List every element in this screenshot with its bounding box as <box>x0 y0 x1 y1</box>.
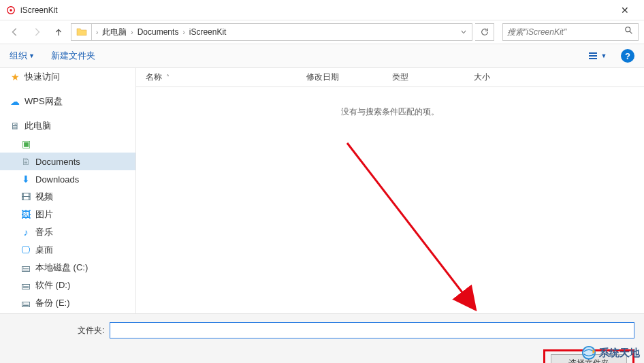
view-options-button[interactable]: ▼ <box>584 48 611 64</box>
app-icon <box>5 5 16 16</box>
sidebar-item-label: 备份 (E:) <box>35 297 70 309</box>
search-input[interactable] <box>507 27 624 37</box>
sidebar-item-label: WPS网盘 <box>25 95 63 108</box>
new-folder-button[interactable]: 新建文件夹 <box>51 50 95 62</box>
chevron-right-icon: › <box>95 29 99 36</box>
cloud-icon: ☁ <box>10 96 20 107</box>
star-icon: ★ <box>10 72 20 82</box>
chevron-right-icon: › <box>181 29 186 36</box>
sidebar-item-this-pc[interactable]: 🖥此电脑 <box>0 117 135 135</box>
sidebar-item-label: 软件 (D:) <box>35 279 70 291</box>
disk-icon: 🖴 <box>20 262 31 273</box>
column-headers: 名称˄ 修改日期 类型 大小 <box>136 68 644 87</box>
svg-rect-4 <box>589 52 597 54</box>
svg-line-3 <box>630 31 632 34</box>
column-name[interactable]: 名称˄ <box>136 72 306 83</box>
sidebar-item-documents[interactable]: 🗎Documents <box>0 153 135 170</box>
bottom-panel: 文件夹: 选择文件夹 <box>0 313 644 363</box>
watermark: 系统天地 <box>581 345 640 360</box>
new-folder-label: 新建文件夹 <box>51 50 95 62</box>
breadcrumb-seg-iscreenkit[interactable]: iScreenKit <box>187 27 229 37</box>
sidebar-item-label: Downloads <box>35 174 79 185</box>
chevron-down-icon: ▼ <box>601 52 607 59</box>
close-button[interactable]: ✕ <box>611 5 639 16</box>
sidebar-item-videos[interactable]: 🎞视频 <box>0 188 135 206</box>
video-icon: 🎞 <box>20 191 31 202</box>
file-pane: 名称˄ 修改日期 类型 大小 没有与搜索条件匹配的项。 <box>136 68 644 313</box>
organize-label: 组织 <box>10 50 27 62</box>
address-bar[interactable]: › 此电脑 › Documents › iScreenKit <box>71 23 472 41</box>
pictures-icon: 🖼 <box>20 209 31 220</box>
sidebar-item-downloads[interactable]: ⬇Downloads <box>0 170 135 188</box>
svg-rect-6 <box>589 58 597 59</box>
sidebar-item-disk-d[interactable]: 🖴软件 (D:) <box>0 277 135 294</box>
pc-icon: 🖥 <box>10 121 20 131</box>
content-area: ★快速访问 ☁WPS网盘 🖥此电脑 ▣ 🗎Documents ⬇Download… <box>0 68 644 313</box>
sidebar-item-label: 桌面 <box>35 244 53 256</box>
organize-menu[interactable]: 组织 ▼ <box>10 50 35 62</box>
sidebar-item-wps[interactable]: ☁WPS网盘 <box>0 93 135 110</box>
column-size[interactable]: 大小 <box>474 72 542 83</box>
column-label: 名称 <box>146 72 162 83</box>
breadcrumb: › 此电脑 › Documents › iScreenKit <box>92 27 455 38</box>
search-icon[interactable] <box>624 26 634 38</box>
svg-point-2 <box>626 27 630 32</box>
refresh-button[interactable] <box>475 23 494 41</box>
breadcrumb-seg-pc[interactable]: 此电脑 <box>99 27 129 38</box>
empty-folder-message: 没有与搜索条件匹配的项。 <box>136 106 644 118</box>
search-box[interactable] <box>502 23 639 41</box>
window-title: iScreenKit <box>20 5 611 15</box>
folder-name-input[interactable] <box>110 322 634 338</box>
column-type[interactable]: 类型 <box>392 72 474 83</box>
sidebar-item-label: 本地磁盘 (C:) <box>35 262 88 274</box>
title-bar: iScreenKit ✕ <box>0 0 644 20</box>
sidebar-item-disk-e[interactable]: 🖴备份 (E:) <box>0 294 135 312</box>
documents-icon: 🗎 <box>20 156 31 167</box>
breadcrumb-seg-documents[interactable]: Documents <box>135 27 182 37</box>
chevron-right-icon: › <box>129 29 134 36</box>
watermark-text: 系统天地 <box>599 347 640 360</box>
sidebar-item-label: 视频 <box>35 191 53 203</box>
sidebar-item-green[interactable]: ▣ <box>0 135 135 153</box>
svg-point-1 <box>10 9 12 12</box>
svg-rect-5 <box>589 55 597 57</box>
sort-indicator-icon: ˄ <box>166 74 170 81</box>
disk-icon: 🖴 <box>20 280 31 291</box>
disk-icon: 🖴 <box>20 298 31 309</box>
music-icon: ♪ <box>20 227 31 238</box>
folder-label: 文件夹: <box>78 325 104 336</box>
up-button[interactable] <box>49 22 68 42</box>
sidebar-item-pictures[interactable]: 🖼图片 <box>0 206 135 223</box>
column-date[interactable]: 修改日期 <box>306 72 392 83</box>
sidebar-item-label: 音乐 <box>35 226 53 238</box>
sidebar-item-desktop[interactable]: 🖵桌面 <box>0 241 135 259</box>
toolbar: 组织 ▼ 新建文件夹 ▼ ? <box>0 44 644 68</box>
sidebar-item-disk-c[interactable]: 🖴本地磁盘 (C:) <box>0 259 135 277</box>
app-tile-icon: ▣ <box>20 138 31 149</box>
folder-icon <box>71 24 92 40</box>
nav-bar: › 此电脑 › Documents › iScreenKit <box>0 20 644 44</box>
sidebar-item-label: Documents <box>35 157 80 167</box>
sidebar: ★快速访问 ☁WPS网盘 🖥此电脑 ▣ 🗎Documents ⬇Download… <box>0 68 136 313</box>
back-button[interactable] <box>5 22 25 42</box>
sidebar-item-music[interactable]: ♪音乐 <box>0 223 135 241</box>
help-button[interactable]: ? <box>621 49 634 63</box>
sidebar-item-label: 图片 <box>35 208 53 221</box>
sidebar-item-label: 快速访问 <box>25 71 60 83</box>
downloads-icon: ⬇ <box>20 174 31 185</box>
chevron-down-icon: ▼ <box>29 52 35 59</box>
breadcrumb-dropdown[interactable] <box>455 29 472 35</box>
desktop-icon: 🖵 <box>20 244 31 255</box>
sidebar-item-label: 此电脑 <box>25 120 51 132</box>
sidebar-item-quick-access[interactable]: ★快速访问 <box>0 68 135 86</box>
forward-button[interactable] <box>27 22 46 42</box>
globe-icon <box>581 345 596 360</box>
